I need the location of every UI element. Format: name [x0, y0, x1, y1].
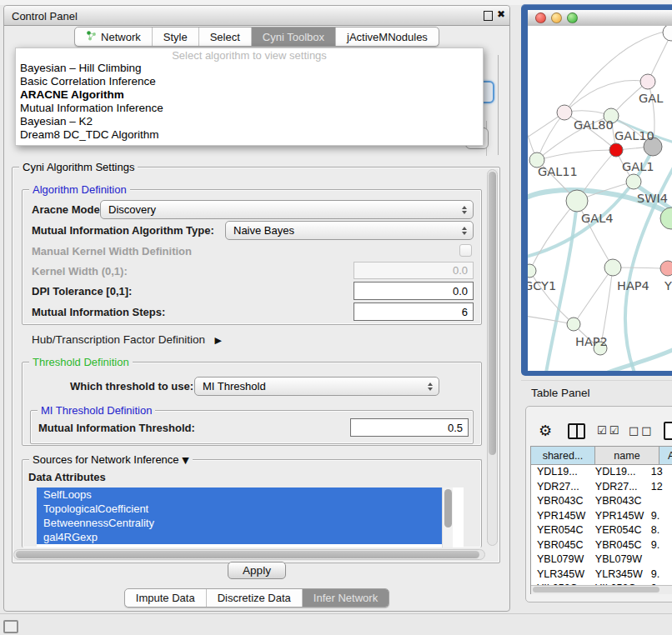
algorithm-option-bayesian-hill-climbing[interactable]: Bayesian – Hill Climbing — [16, 62, 483, 75]
network-node-red-selected[interactable] — [609, 143, 623, 157]
tab-infer-network[interactable]: Infer Network — [302, 589, 389, 607]
settings-horizontal-scrollbar-thumb[interactable] — [16, 551, 479, 558]
settings-horizontal-scrollbar[interactable] — [13, 549, 485, 560]
network-node-top-partial[interactable] — [663, 26, 672, 41]
settings-vertical-scrollbar[interactable] — [487, 169, 498, 546]
tab-select[interactable]: Select — [198, 28, 251, 46]
deselect-all-checkboxes-icon[interactable]: □□ — [629, 424, 654, 437]
kernel-width-label: Kernel Width (0,1): — [32, 265, 128, 278]
network-node-swi4[interactable] — [626, 174, 641, 189]
apply-button[interactable]: Apply — [228, 562, 286, 579]
algorithm-option-aracne-algorithm[interactable]: ARACNE Algorithm — [16, 88, 483, 102]
table-cell: YER054C — [531, 523, 589, 538]
tab-impute-data[interactable]: Impute Data — [125, 589, 206, 607]
zoom-traffic-light-icon[interactable] — [567, 12, 578, 23]
mi-threshold-definition-title: MI Threshold Definition — [38, 404, 155, 417]
data-attributes-items: SelfLoopsTopologicalCoefficientBetweenne… — [37, 488, 464, 544]
tab-jactivemnodules[interactable]: jActiveMNodules — [335, 28, 439, 46]
algorithm-option-dream8-dc-tdc-algorithm[interactable]: Dream8 DC_TDC Algorithm — [16, 128, 483, 142]
tab-cyni-toolbox[interactable]: Cyni Toolbox — [251, 28, 335, 46]
manual-kernel-width-checkbox[interactable] — [459, 244, 472, 257]
float-window-icon[interactable] — [484, 11, 493, 21]
table-row[interactable]: YBR045CYBR045C9. — [531, 538, 672, 553]
network-window-titlebar[interactable] — [528, 10, 672, 27]
network-node-pink-top[interactable] — [640, 74, 655, 89]
sources-group-title[interactable]: Sources for Network Inference ▼ — [29, 453, 193, 466]
table-cell: YPR145W — [531, 509, 589, 524]
settings-group-title: Cyni Algorithm Settings — [19, 161, 138, 173]
network-node-gcy1[interactable] — [528, 264, 536, 278]
split-columns-icon[interactable] — [568, 423, 585, 439]
table-cell: 13 — [648, 465, 672, 480]
mi-threshold-field[interactable] — [350, 418, 469, 437]
which-threshold-label: Which threshold to use: — [70, 380, 193, 392]
close-icon[interactable]: ✖ — [497, 9, 505, 19]
mi-steps-field[interactable] — [354, 302, 474, 321]
network-node-salmon[interactable] — [660, 261, 672, 276]
settings-vertical-scrollbar-thumb[interactable] — [489, 172, 496, 455]
table-row[interactable]: YBL079WYBL079W — [531, 552, 672, 568]
table-horizontal-scrollbar-thumb[interactable] — [533, 587, 659, 592]
table-cell: 12 — [648, 480, 672, 495]
data-attributes-list[interactable]: SelfLoopsTopologicalCoefficientBetweenne… — [37, 488, 464, 548]
table-cell: YBL079W — [589, 552, 648, 568]
table-row[interactable]: YDR27...YDR27...12 — [531, 480, 672, 495]
table-cell: YDL19... — [589, 465, 648, 480]
hub-definition-label: Hub/Transcription Factor Definition — [32, 333, 205, 346]
control-panel-titlebar[interactable] — [4, 6, 509, 26]
table-cell: 9. — [648, 568, 672, 582]
which-threshold-combobox[interactable]: MI Threshold — [194, 377, 439, 396]
table-row[interactable]: YLR345WYLR345W9. — [531, 568, 672, 582]
close-traffic-light-icon[interactable] — [535, 12, 546, 23]
tab-network[interactable]: Network — [75, 28, 152, 46]
mi-threshold-label: Mutual Information Threshold: — [38, 422, 195, 434]
network-edge-teal — [608, 349, 672, 371]
page-icon[interactable] — [664, 422, 672, 440]
table-cell: YDR27... — [589, 480, 648, 495]
dpi-tolerance-field[interactable] — [354, 282, 474, 300]
table-settings-gear-icon[interactable]: ⚙ — [539, 422, 552, 439]
stepper-arrows-icon — [428, 382, 433, 391]
network-node-hap4[interactable] — [604, 259, 621, 276]
table-horizontal-scrollbar[interactable] — [531, 585, 672, 594]
table-cell: YPR145W — [589, 509, 648, 524]
tab-style[interactable]: Style — [152, 28, 198, 46]
tab-label: Infer Network — [313, 592, 378, 604]
network-edge — [537, 112, 564, 160]
node-label-swi4: SWI4 — [637, 192, 668, 205]
network-canvas[interactable]: GALGAL80GAL10GAL1GAL11SWI4GAL4GCY1HAP4YH… — [528, 26, 672, 371]
network-node-hap2[interactable] — [567, 318, 580, 331]
attribute-item-betweennesscentrality[interactable]: BetweennessCentrality — [37, 516, 443, 530]
minimize-traffic-light-icon[interactable] — [551, 12, 562, 23]
column-header-name[interactable]: name — [595, 447, 659, 465]
table-row[interactable]: YDL19...YDL19...13 — [531, 465, 672, 480]
column-header-a[interactable]: A... — [659, 447, 672, 465]
network-node-gal80[interactable] — [557, 105, 572, 120]
tab-discretize-data[interactable]: Discretize Data — [206, 589, 302, 607]
algorithm-option-bayesian-k2[interactable]: Bayesian – K2 — [16, 115, 483, 128]
mi-algorithm-type-combobox[interactable]: Naive Bayes — [225, 221, 474, 240]
attributes-scrollbar-thumb[interactable] — [444, 489, 452, 528]
collapsed-panel-icon[interactable] — [3, 620, 18, 633]
table-row[interactable]: YBR043CYBR043C — [531, 494, 672, 509]
select-all-checkboxes-icon[interactable]: ☑☑ — [597, 424, 621, 437]
aracne-mode-combobox[interactable]: Discovery — [100, 200, 474, 219]
node-label-hap2: HAP2 — [575, 335, 608, 348]
algorithm-definition-title: Algorithm Definition — [29, 183, 130, 196]
mi-algorithm-type-label: Mutual Information Algorithm Type: — [32, 224, 214, 237]
table-row[interactable]: YER054CYER054C8. — [531, 523, 672, 538]
tab-label: Impute Data — [136, 592, 195, 604]
table-row[interactable]: YPR145WYPR145W9. — [531, 509, 672, 524]
network-node-gal4[interactable] — [566, 190, 588, 212]
algorithm-option-basic-correlation-inference[interactable]: Basic Correlation Inference — [16, 75, 483, 88]
column-header-shared[interactable]: shared... — [531, 447, 595, 465]
table-cell: YLR345W — [589, 568, 648, 582]
attribute-item-gal4rgexp[interactable]: gal4RGexp — [37, 530, 443, 544]
hub-definition-section[interactable]: Hub/Transcription Factor Definition ▶ — [32, 332, 222, 347]
algorithm-option-mutual-information-inference[interactable]: Mutual Information Inference — [16, 102, 483, 115]
kernel-width-field[interactable] — [354, 262, 474, 279]
attribute-item-topologicalcoefficient[interactable]: TopologicalCoefficient — [37, 502, 443, 516]
stepper-arrows-icon — [462, 206, 467, 214]
attributes-scrollbar[interactable] — [442, 488, 453, 548]
attribute-item-selfloops[interactable]: SelfLoops — [37, 488, 443, 502]
